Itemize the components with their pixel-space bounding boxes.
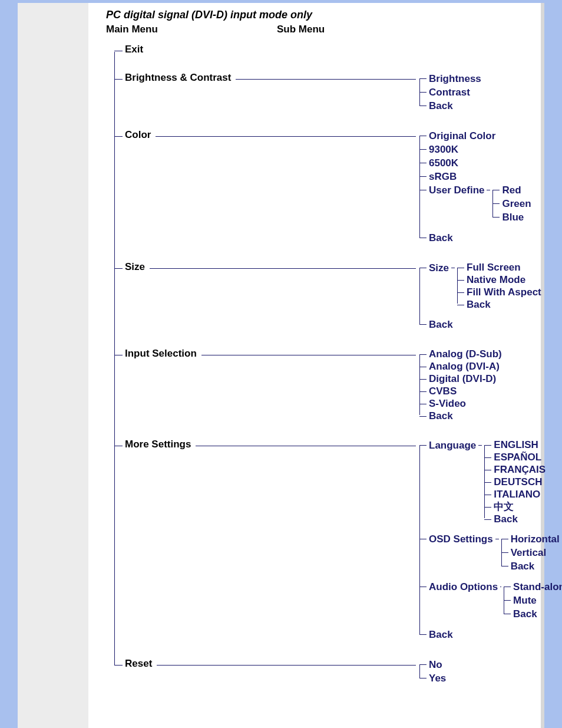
sub-francais: FRANÇAIS bbox=[491, 463, 562, 476]
sub-back: Back bbox=[427, 99, 529, 113]
header-main-menu: Main Menu bbox=[106, 24, 277, 35]
sub-green: Green bbox=[500, 197, 562, 210]
sub-more-back: Back bbox=[427, 628, 529, 641]
sub-espanol: ESPAÑOL bbox=[491, 451, 562, 463]
sub-contrast: Contrast bbox=[427, 85, 529, 99]
sub-english: ENGLISH bbox=[491, 439, 562, 451]
sub-chinese: 中文 bbox=[491, 500, 562, 513]
sub-original-color: Original Color bbox=[427, 129, 529, 143]
sub-fill-with-aspect: Fill With Aspect bbox=[464, 286, 546, 298]
sub-size-back: Back bbox=[464, 298, 546, 311]
sub-9300k: 9300K bbox=[427, 143, 529, 156]
sub-srgb: sRGB bbox=[427, 170, 529, 183]
sub-vertical: Vertical bbox=[508, 546, 562, 559]
sub-stand-alone: Stand-alone bbox=[511, 580, 562, 594]
sub-reset-no: No bbox=[427, 658, 529, 671]
menu-more-settings: More Settings bbox=[125, 439, 194, 450]
sub-brightness: Brightness bbox=[427, 72, 529, 85]
menu-reset: Reset bbox=[125, 658, 156, 670]
sub-horizontal: Horizontal bbox=[508, 532, 562, 546]
sub-red: Red bbox=[500, 183, 562, 197]
sub-blue: Blue bbox=[500, 210, 562, 224]
sub-analog-dsub: Analog (D-Sub) bbox=[427, 348, 529, 360]
menu-exit: Exit bbox=[125, 44, 147, 55]
sub-user-define: User Define bbox=[429, 183, 484, 197]
sub-language: Language bbox=[429, 439, 476, 452]
sub-analog-dvia: Analog (DVI-A) bbox=[427, 360, 529, 373]
sub-italiano: ITALIANO bbox=[491, 488, 562, 500]
sub-deutsch: DEUTSCH bbox=[491, 476, 562, 488]
sub-input-back: Back bbox=[427, 410, 529, 422]
sub-svideo: S-Video bbox=[427, 397, 529, 410]
menu-size: Size bbox=[125, 261, 148, 273]
sub-audio-back: Back bbox=[511, 607, 562, 621]
sub-osd-settings: OSD Settings bbox=[429, 532, 493, 546]
menu-input-selection: Input Selection bbox=[125, 348, 200, 360]
sub-size-back2: Back bbox=[427, 318, 529, 331]
menu-brightness-contrast: Brightness & Contrast bbox=[125, 72, 234, 84]
sub-osd-back: Back bbox=[508, 559, 562, 573]
sub-audio-options: Audio Options bbox=[429, 580, 498, 594]
menu-tree-dvid: Exit Brightness & Contrast Brightness Co… bbox=[114, 44, 529, 691]
section-title-dvid: PC digital signal (DVI-D) input mode onl… bbox=[106, 9, 529, 21]
sub-native-mode: Native Mode bbox=[464, 274, 546, 286]
sub-reset-yes: Yes bbox=[427, 671, 529, 685]
sub-lang-back: Back bbox=[491, 513, 562, 525]
sub-digital-dvid: Digital (DVI-D) bbox=[427, 373, 529, 385]
sub-cvbs: CVBS bbox=[427, 385, 529, 397]
sub-color-back: Back bbox=[427, 231, 529, 245]
sub-6500k: 6500K bbox=[427, 156, 529, 170]
sub-full-screen: Full Screen bbox=[464, 261, 546, 274]
sub-mute: Mute bbox=[511, 594, 562, 607]
sub-size: Size bbox=[429, 261, 449, 275]
menu-color: Color bbox=[125, 129, 154, 141]
header-sub-menu: Sub Menu bbox=[277, 24, 325, 35]
